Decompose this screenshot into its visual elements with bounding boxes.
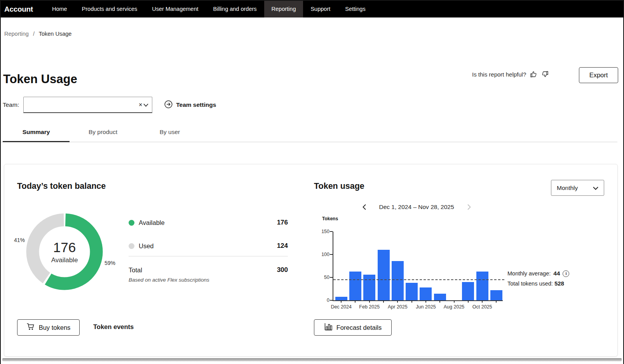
thumbs-down-icon[interactable] xyxy=(541,71,549,78)
x-tick-mark xyxy=(425,300,426,303)
nav-item-user-management[interactable]: User Management xyxy=(145,1,206,17)
bar-slot xyxy=(404,283,418,300)
arrow-circle-icon xyxy=(164,100,173,110)
bar-slot xyxy=(334,297,348,300)
bar-slot xyxy=(419,287,433,300)
y-tick-label: 50 xyxy=(314,275,329,280)
breadcrumb-current: Token Usage xyxy=(39,31,72,37)
y-tick-mark xyxy=(330,254,333,255)
usage-section-title: Token usage xyxy=(314,181,364,191)
total-tokens-used-note: Total tokens used: 528 xyxy=(507,280,564,287)
total-row: Total 300 xyxy=(129,266,288,274)
nav-item-settings[interactable]: Settings xyxy=(338,1,373,17)
x-tick-mark xyxy=(496,300,497,303)
bars-container xyxy=(333,232,504,300)
bar-mar-2025 xyxy=(378,250,390,300)
used-dot-icon xyxy=(129,243,134,249)
bar-slot xyxy=(489,290,503,300)
bar-slot xyxy=(376,250,390,300)
team-settings-link[interactable]: Team settings xyxy=(164,100,216,110)
bar-jul-2025 xyxy=(434,294,446,300)
balance-section-title: Today’s token balance xyxy=(17,181,106,191)
chart-y-axis-title: Tokens xyxy=(322,216,338,221)
feedback-question: Is this report helpful? xyxy=(472,71,526,78)
bar-jan-2025 xyxy=(349,272,361,300)
nav-item-support[interactable]: Support xyxy=(303,1,338,17)
bar-jun-2025 xyxy=(420,287,432,300)
donut-used-percent-label: 41% xyxy=(14,237,25,243)
nav-item-products-and-services[interactable]: Products and services xyxy=(75,1,145,17)
monthly-average-value: 44 xyxy=(553,270,560,277)
x-tick-mark xyxy=(397,300,398,303)
x-tick-mark xyxy=(355,300,356,303)
nav-item-billing-and-orders[interactable]: Billing and orders xyxy=(206,1,264,17)
tab-by-product[interactable]: By product xyxy=(70,123,136,142)
x-tick-label: Dec 2024 xyxy=(331,304,352,310)
nav-item-reporting[interactable]: Reporting xyxy=(264,1,303,17)
monthly-average-note: Monthly average: 44 i xyxy=(507,270,569,277)
legend-label-available: Available xyxy=(139,219,165,226)
y-tick-mark xyxy=(330,300,333,301)
x-tick-mark xyxy=(369,300,370,303)
legend-row-used: Used 124 xyxy=(129,242,288,250)
bar-dec-2024 xyxy=(335,297,347,300)
summary-card: Today’s token balance 176 Available 41% … xyxy=(4,164,618,357)
top-nav: Account Home Products and services User … xyxy=(1,1,623,17)
period-select[interactable]: Monthly xyxy=(551,180,604,196)
bar-chart-plot: 050100150Dec 2024Feb 2025Apr 2025Jun 202… xyxy=(333,232,503,301)
donut-available-percent-label: 59% xyxy=(105,260,115,266)
bar-slot xyxy=(433,294,447,300)
token-events-link[interactable]: Token events xyxy=(93,323,134,331)
donut-center-value: 176 xyxy=(53,240,76,255)
average-dashed-line xyxy=(333,279,504,280)
total-tokens-used-value: 528 xyxy=(554,280,564,287)
x-tick-mark xyxy=(383,300,384,303)
forecast-details-button[interactable]: Forecast details xyxy=(314,319,392,336)
tab-summary[interactable]: Summary xyxy=(3,123,70,142)
total-note: Based on active Flex subscriptions xyxy=(129,277,209,283)
export-button[interactable]: Export xyxy=(579,67,618,83)
thumbs-up-icon[interactable] xyxy=(530,71,537,78)
token-balance-donut-chart: 176 Available xyxy=(26,213,103,291)
account-brand: Account xyxy=(1,1,45,17)
x-tick-mark xyxy=(341,300,342,303)
period-select-value: Monthly xyxy=(557,185,578,192)
y-tick-label: 0 xyxy=(314,298,329,303)
clear-icon[interactable]: × xyxy=(139,102,142,108)
forecast-details-label: Forecast details xyxy=(336,324,382,331)
date-range-nav: Dec 1, 2024 – Nov 28, 2025 xyxy=(360,203,473,211)
bar-apr-2025 xyxy=(392,261,404,300)
page-title: Token Usage xyxy=(3,72,77,86)
total-value: 300 xyxy=(277,266,288,274)
info-icon[interactable]: i xyxy=(563,270,569,277)
bar-sep-2025 xyxy=(462,282,474,300)
total-tokens-used-label: Total tokens used: xyxy=(507,280,553,287)
bar-slot xyxy=(363,275,376,300)
y-tick-label: 100 xyxy=(314,252,329,257)
x-tick-label: Apr 2025 xyxy=(388,304,408,310)
legend-value-available: 176 xyxy=(277,219,288,226)
buy-tokens-label: Buy tokens xyxy=(39,324,71,331)
x-tick-mark xyxy=(468,300,469,303)
nav-item-home[interactable]: Home xyxy=(45,1,75,17)
y-tick-mark xyxy=(330,231,333,232)
next-period-icon[interactable] xyxy=(465,203,473,211)
total-label: Total xyxy=(129,266,142,274)
legend-row-available: Available 176 xyxy=(129,219,288,226)
y-tick-mark xyxy=(330,277,333,278)
tab-by-user[interactable]: By user xyxy=(136,123,203,142)
team-select[interactable]: × xyxy=(23,97,152,113)
token-usage-bar-chart: Tokens 050100150Dec 2024Feb 2025Apr 2025… xyxy=(307,215,525,316)
breadcrumb-reporting-link[interactable]: Reporting xyxy=(4,31,29,37)
previous-period-icon[interactable] xyxy=(360,203,368,211)
x-tick-label: Aug 2025 xyxy=(444,304,465,310)
x-tick-label: Oct 2025 xyxy=(472,304,492,310)
donut-center-text: 176 Available xyxy=(26,213,103,291)
legend-value-used: 124 xyxy=(277,242,288,250)
available-dot-icon xyxy=(129,220,134,226)
x-tick-mark xyxy=(454,300,455,303)
x-tick-label: Jun 2025 xyxy=(416,304,436,310)
bar-slot xyxy=(348,272,362,300)
buy-tokens-button[interactable]: Buy tokens xyxy=(17,319,80,336)
bar-slot xyxy=(461,282,475,300)
